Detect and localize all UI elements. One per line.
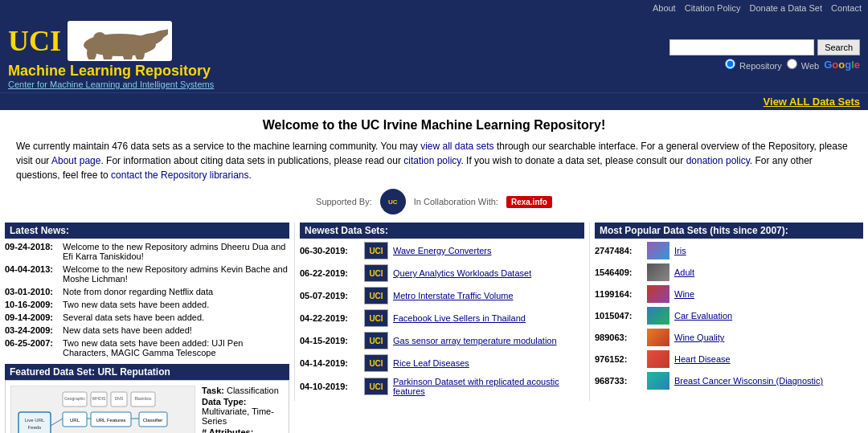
news-date: 09-24-2018: xyxy=(5,242,63,261)
left-col: Latest News: 09-24-2018:Welcome to the n… xyxy=(5,223,294,433)
news-date: 03-01-2010: xyxy=(5,287,63,296)
uci-badge: UCI xyxy=(364,264,388,282)
news-text: Two new data sets have been added: UJI P… xyxy=(63,338,289,357)
uci-badge: UCI xyxy=(364,309,388,327)
dataset-date: 04-10-2019: xyxy=(300,382,364,391)
news-item: 09-14-2009:Several data sets have been a… xyxy=(5,312,289,322)
contact-link[interactable]: Contact xyxy=(831,3,862,13)
supported-by-label: Supported By: xyxy=(316,197,372,206)
dataset-date: 06-22-2019: xyxy=(300,268,364,278)
donation-policy-link[interactable]: donation policy xyxy=(686,155,750,166)
dataset-date: 05-07-2019: xyxy=(300,291,364,300)
view-all-datasets-link[interactable]: view all data sets xyxy=(420,141,493,152)
popular-row: 976152: Heart Disease xyxy=(595,350,863,368)
attributes-row: # Attributes: 3231961 xyxy=(202,427,284,433)
cmlis-link[interactable]: Center for Machine Learning and Intellig… xyxy=(8,80,214,89)
pop-thumbnail xyxy=(647,329,669,346)
logo-area: UCI Machine Learning Repository Center f… xyxy=(8,21,214,89)
dataset-link[interactable]: Metro Interstate Traffic Volume xyxy=(393,291,514,300)
search-button[interactable]: Search xyxy=(817,39,860,55)
search-repo-radio[interactable] xyxy=(725,59,735,69)
rexa-logo: Rexa.info xyxy=(506,196,552,208)
dataset-row: 04-22-2019: UCI Facebook Live Sellers in… xyxy=(300,309,584,327)
news-item: 09-24-2018:Welcome to the new Repository… xyxy=(5,242,289,261)
news-text: Several data sets have been added. xyxy=(63,312,204,322)
pop-count: 976152: xyxy=(595,354,647,364)
featured-dataset-image: Live URL Feeds Geographic WHOIS DNS Blac… xyxy=(10,386,195,433)
news-item: 06-25-2007:Two new data sets have been a… xyxy=(5,338,289,357)
contact-librarians-link[interactable]: contact the Repository librarians xyxy=(111,170,248,181)
news-text: New data sets have been added! xyxy=(63,325,192,335)
news-text: Welcome to the new Repository admins Kev… xyxy=(63,264,289,284)
uci-badge: UCI xyxy=(364,242,388,259)
popular-row: 968733: Breast Cancer Wisconsin (Diagnos… xyxy=(595,372,863,390)
svg-text:Live URL: Live URL xyxy=(25,418,45,423)
task-row: Task: Classification xyxy=(202,386,284,395)
dataset-row: 06-30-2019: UCI Wave Energy Converters xyxy=(300,242,584,259)
popular-dataset-link[interactable]: Breast Cancer Wisconsin (Diagnostic) xyxy=(674,376,823,386)
search-web-label: Web xyxy=(787,59,819,71)
dataset-row: 04-10-2019: UCI Parkinson Dataset with r… xyxy=(300,377,584,396)
dataset-link[interactable]: Query Analytics Workloads Dataset xyxy=(393,268,531,278)
view-all-link[interactable]: View ALL Data Sets xyxy=(764,96,860,108)
dataset-date: 04-14-2019: xyxy=(300,358,364,368)
anteater-svg xyxy=(72,22,168,59)
popular-row: 1199164: Wine xyxy=(595,285,863,303)
pop-count: 989063: xyxy=(595,333,647,342)
donate-link[interactable]: Donate a Data Set xyxy=(750,3,823,13)
popular-dataset-link[interactable]: Iris xyxy=(674,246,686,255)
citation-policy-link2[interactable]: citation policy xyxy=(403,155,461,166)
pop-thumbnail xyxy=(647,350,669,368)
dataset-link[interactable]: Gas sensor array temperature modulation xyxy=(393,336,557,345)
news-text: Two new data sets have been added. xyxy=(63,300,209,309)
news-item: 03-24-2009:New data sets have been added… xyxy=(5,325,289,335)
uci-badge: UCI xyxy=(364,354,388,372)
view-all-bar: View ALL Data Sets xyxy=(0,92,868,110)
search-web-radio[interactable] xyxy=(787,59,797,69)
header: UCI Machine Learning Repository Center f… xyxy=(0,16,868,92)
welcome-text: We currently maintain 476 data sets as a… xyxy=(16,139,852,182)
featured-title: Featured Data Set: URL Reputation xyxy=(5,364,289,380)
svg-text:DNS: DNS xyxy=(115,396,124,401)
popular-dataset-link[interactable]: Heart Disease xyxy=(674,354,731,364)
dataset-link[interactable]: Parkinson Dataset with replicated acoust… xyxy=(393,377,584,396)
popular-dataset-link[interactable]: Wine xyxy=(674,289,694,299)
dataset-link[interactable]: Facebook Live Sellers in Thailand xyxy=(393,313,526,323)
latest-news-header: Latest News: xyxy=(5,223,289,239)
popular-dataset-link[interactable]: Adult xyxy=(674,268,694,277)
news-date: 09-14-2009: xyxy=(5,312,63,322)
welcome-text-1: We currently maintain 476 data sets as a… xyxy=(16,141,420,152)
svg-text:Geographic: Geographic xyxy=(64,396,85,401)
about-page-link[interactable]: About page xyxy=(51,155,100,166)
popular-dataset-link[interactable]: Wine Quality xyxy=(674,333,724,342)
news-date: 10-16-2009: xyxy=(5,300,63,309)
popular-row: 1546409: Adult xyxy=(595,263,863,281)
popular-row: 2747484: Iris xyxy=(595,242,863,259)
mlr-title: Machine Learning Repository xyxy=(8,63,214,80)
dataset-date: 04-22-2019: xyxy=(300,313,364,323)
popular-list: 2747484: Iris 1546409: Adult 1199164: Wi… xyxy=(595,242,863,390)
svg-text:URL: URL xyxy=(70,418,80,423)
about-link[interactable]: About xyxy=(653,3,676,13)
datatype-row: Data Type: Multivariate, Time-Series xyxy=(202,397,284,426)
dataset-link[interactable]: Rice Leaf Diseases xyxy=(393,358,469,368)
welcome-text-4: . If you wish to donate a data set, plea… xyxy=(461,155,686,166)
pop-thumbnail xyxy=(647,372,669,390)
dataset-row: 04-14-2019: UCI Rice Leaf Diseases xyxy=(300,354,584,372)
news-date: 06-25-2007: xyxy=(5,338,63,357)
svg-text:URL Features: URL Features xyxy=(96,418,125,423)
in-collaboration-label: In Collaboration With: xyxy=(414,197,498,206)
dataset-link[interactable]: Wave Energy Converters xyxy=(393,246,491,255)
search-area: Search Repository Web Google xyxy=(669,39,860,71)
popular-dataset-link[interactable]: Car Evaluation xyxy=(674,311,732,321)
supported-by: Supported By: UC In Collaboration With: … xyxy=(16,189,852,214)
svg-text:Classifier: Classifier xyxy=(143,418,163,423)
search-input[interactable] xyxy=(669,39,814,55)
featured-header: Featured Data Set: URL Reputation xyxy=(5,364,289,380)
svg-rect-9 xyxy=(18,412,51,434)
right-col: Most Popular Data Sets (hits since 2007)… xyxy=(590,223,863,394)
uci-badge: UCI xyxy=(364,287,388,304)
citation-policy-link[interactable]: Citation Policy xyxy=(685,3,741,13)
uc-seal: UC xyxy=(380,189,406,214)
newest-list: 06-30-2019: UCI Wave Energy Converters 0… xyxy=(300,242,584,396)
